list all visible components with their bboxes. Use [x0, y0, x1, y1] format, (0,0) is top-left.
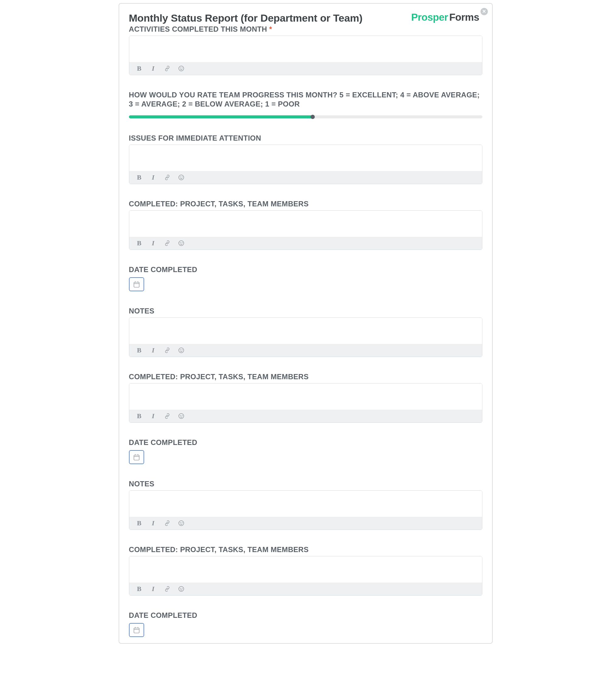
bold-button[interactable]: B: [136, 413, 143, 419]
emoji-icon: [178, 174, 184, 181]
emoji-button[interactable]: [178, 65, 184, 72]
richtext-toolbar: B I: [129, 237, 482, 250]
link-icon: [164, 174, 170, 181]
italic-button[interactable]: I: [150, 65, 157, 72]
field-date3: DATE COMPLETED: [129, 611, 482, 637]
calendar-icon: [133, 280, 140, 288]
field-label: NOTES: [129, 479, 482, 488]
field-label: DATE COMPLETED: [129, 265, 482, 274]
emoji-button[interactable]: [178, 520, 184, 526]
richtext-wrap: B I: [129, 383, 482, 423]
bold-button[interactable]: B: [136, 586, 143, 592]
bold-button[interactable]: B: [136, 520, 143, 526]
richtext-wrap: B I: [129, 35, 482, 75]
brand-part1: Prosper: [411, 12, 448, 23]
field-label: ISSUES FOR IMMEDIATE ATTENTION: [129, 134, 482, 143]
field-notes2: NOTES B I: [129, 479, 482, 530]
field-date1: DATE COMPLETED: [129, 265, 482, 291]
date1-picker[interactable]: [129, 277, 144, 291]
brand-logo: ProsperForms: [411, 12, 479, 23]
emoji-icon: [178, 347, 184, 354]
richtext-wrap: B I: [129, 210, 482, 250]
calendar-icon: [133, 626, 140, 634]
richtext-toolbar: B I: [129, 583, 482, 595]
field-issues: ISSUES FOR IMMEDIATE ATTENTION B I: [129, 134, 482, 184]
emoji-icon: [178, 586, 184, 592]
field-label: DATE COMPLETED: [129, 611, 482, 620]
emoji-button[interactable]: [178, 586, 184, 592]
field-rating: HOW WOULD YOU RATE TEAM PROGRESS THIS MO…: [129, 90, 482, 118]
date2-picker[interactable]: [129, 450, 144, 464]
bold-button[interactable]: B: [136, 65, 143, 72]
richtext-toolbar: B I: [129, 171, 482, 184]
completed1-input[interactable]: [129, 210, 482, 237]
bold-button[interactable]: B: [136, 347, 143, 354]
calendar-icon: [133, 453, 140, 461]
field-label: HOW WOULD YOU RATE TEAM PROGRESS THIS MO…: [129, 90, 482, 109]
richtext-toolbar: B I: [129, 517, 482, 529]
field-date2: DATE COMPLETED: [129, 438, 482, 464]
link-icon: [164, 586, 170, 592]
link-icon: [164, 65, 170, 72]
emoji-icon: [178, 520, 184, 526]
form-card: ✕ Monthly Status Report (for Department …: [119, 3, 493, 644]
notes1-input[interactable]: [129, 318, 482, 344]
link-button[interactable]: [164, 240, 170, 247]
link-button[interactable]: [164, 65, 170, 72]
field-label: NOTES: [129, 306, 482, 316]
completed3-input[interactable]: [129, 556, 482, 583]
link-button[interactable]: [164, 413, 170, 419]
date3-picker[interactable]: [129, 623, 144, 637]
field-completed2: COMPLETED: PROJECT, TASKS, TEAM MEMBERS …: [129, 372, 482, 423]
close-button[interactable]: ✕: [480, 8, 488, 15]
close-icon: ✕: [482, 9, 486, 14]
emoji-icon: [178, 240, 184, 247]
field-completed1: COMPLETED: PROJECT, TASKS, TEAM MEMBERS …: [129, 199, 482, 250]
richtext-wrap: B I: [129, 145, 482, 184]
slider-thumb[interactable]: [311, 115, 315, 119]
italic-button[interactable]: I: [150, 413, 157, 419]
link-icon: [164, 520, 170, 526]
field-label: COMPLETED: PROJECT, TASKS, TEAM MEMBERS: [129, 545, 482, 554]
field-completed3: COMPLETED: PROJECT, TASKS, TEAM MEMBERS …: [129, 545, 482, 596]
form-header: Monthly Status Report (for Department or…: [129, 12, 482, 24]
brand-part2: Forms: [449, 12, 479, 23]
link-icon: [164, 413, 170, 419]
bold-button[interactable]: B: [136, 174, 143, 181]
bold-button[interactable]: B: [136, 240, 143, 247]
emoji-button[interactable]: [178, 347, 184, 354]
field-label: ACTIVITIES COMPLETED THIS MONTH *: [129, 25, 482, 34]
emoji-button[interactable]: [178, 240, 184, 247]
italic-button[interactable]: I: [150, 586, 157, 592]
link-button[interactable]: [164, 174, 170, 181]
slider-fill: [129, 115, 313, 118]
richtext-toolbar: B I: [129, 62, 482, 75]
link-icon: [164, 240, 170, 247]
richtext-wrap: B I: [129, 490, 482, 530]
emoji-button[interactable]: [178, 413, 184, 419]
italic-button[interactable]: I: [150, 174, 157, 181]
notes2-input[interactable]: [129, 491, 482, 517]
rating-slider[interactable]: [129, 115, 482, 118]
field-label: COMPLETED: PROJECT, TASKS, TEAM MEMBERS: [129, 199, 482, 208]
richtext-wrap: B I: [129, 556, 482, 596]
emoji-button[interactable]: [178, 174, 184, 181]
link-button[interactable]: [164, 520, 170, 526]
required-marker: *: [269, 25, 272, 33]
richtext-wrap: B I: [129, 318, 482, 357]
link-button[interactable]: [164, 347, 170, 354]
completed2-input[interactable]: [129, 383, 482, 410]
italic-button[interactable]: I: [150, 520, 157, 526]
richtext-toolbar: B I: [129, 410, 482, 422]
issues-input[interactable]: [129, 145, 482, 171]
italic-button[interactable]: I: [150, 240, 157, 247]
italic-button[interactable]: I: [150, 347, 157, 354]
emoji-icon: [178, 65, 184, 72]
link-button[interactable]: [164, 586, 170, 592]
field-notes1: NOTES B I: [129, 306, 482, 357]
field-label: DATE COMPLETED: [129, 438, 482, 447]
activities-input[interactable]: [129, 36, 482, 62]
emoji-icon: [178, 413, 184, 419]
field-label: COMPLETED: PROJECT, TASKS, TEAM MEMBERS: [129, 372, 482, 381]
form-title: Monthly Status Report (for Department or…: [129, 12, 362, 24]
